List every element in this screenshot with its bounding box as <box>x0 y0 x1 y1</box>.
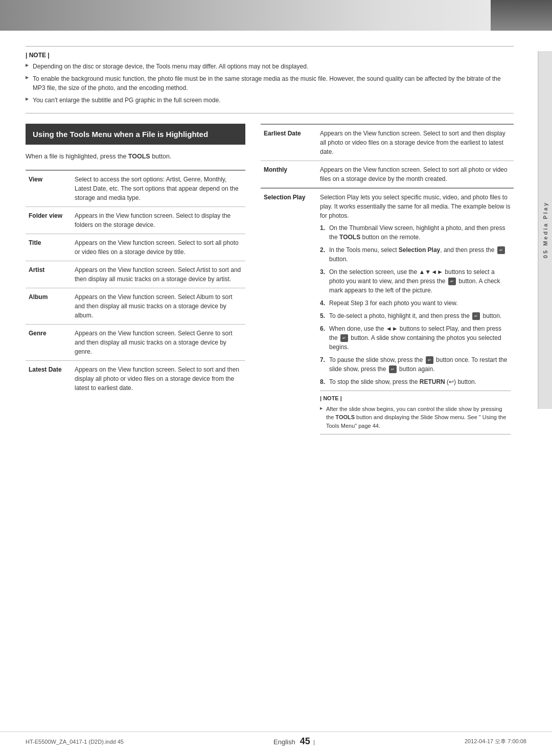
col-right: Earliest DateAppears on the View functio… <box>261 124 514 439</box>
table-row: AlbumAppears on the View function screen… <box>26 288 245 324</box>
table-term: Artist <box>26 261 72 288</box>
note-inline-list: After the slide show begins, you can con… <box>320 405 511 430</box>
note-inline-title: | NOTE | <box>320 394 511 403</box>
selection-play-table: Selection Play Selection Play lets you s… <box>261 188 514 439</box>
footer-date-info: 2012-04-17 오후 7:00:08 <box>465 738 526 745</box>
table-row: GenreAppears on the View function screen… <box>26 324 245 360</box>
tools-table-left: ViewSelect to access the sort options: A… <box>26 170 245 397</box>
note-item: You can't enlarge the subtitle and PG gr… <box>26 96 514 105</box>
selection-play-steps: 1.On the Thumbnail View screen, highligh… <box>320 223 511 386</box>
table-row: Earliest DateAppears on the View functio… <box>261 124 514 161</box>
step-item: 4.Repeat Step 3 for each photo you want … <box>320 299 511 308</box>
tools-table-right: Earliest DateAppears on the View functio… <box>261 124 514 188</box>
section-heading: Using the Tools Menu when a File is High… <box>26 124 245 145</box>
note-list: Depending on the disc or storage device,… <box>26 62 514 105</box>
step-item: 8.To stop the slide show, press the RETU… <box>320 377 511 386</box>
main-content: | NOTE | Depending on the disc or storag… <box>0 31 539 459</box>
step-item: 7.To pause the slide show, press the ↵ b… <box>320 355 511 374</box>
note-inline: | NOTE | After the slide show begins, yo… <box>320 391 511 434</box>
table-row: MonthlyAppears on the View function scre… <box>261 161 514 188</box>
col-left: Using the Tools Menu when a File is High… <box>26 124 245 439</box>
selection-play-intro: Selection Play lets you select specific … <box>320 193 511 220</box>
table-row: Folder viewAppears in the View function … <box>26 207 245 234</box>
table-desc: Appears on the View function screen. Sel… <box>72 360 245 397</box>
step-item: 2.In the Tools menu, select Selection Pl… <box>320 245 511 264</box>
note-item: To enable the background music function,… <box>26 74 514 93</box>
table-desc: Appears on the View function screen. Sel… <box>72 324 245 360</box>
step-item: 1.On the Thumbnail View screen, highligh… <box>320 223 511 242</box>
table-desc: Select to access the sort options: Artis… <box>72 170 245 207</box>
right-sidebar-bar: 05 Media Play <box>538 51 552 409</box>
two-col-layout: Using the Tools Menu when a File is High… <box>26 124 514 439</box>
table-desc: Appears on the View function screen. Sel… <box>72 261 245 288</box>
top-bar <box>0 0 552 31</box>
page-wrapper: 05 Media Play | NOTE | Depending on the … <box>0 0 552 756</box>
selection-play-term: Selection Play <box>261 188 317 439</box>
table-term: Folder view <box>26 207 72 234</box>
table-desc: Appears on the View function screen. Sel… <box>317 124 514 161</box>
table-term: Title <box>26 234 72 261</box>
note-title: | NOTE | <box>26 52 514 59</box>
note-inline-item: After the slide show begins, you can con… <box>320 405 511 430</box>
note-box: | NOTE | Depending on the disc or storag… <box>26 46 514 113</box>
footer-file-info: HT-E5500W_ZA_0417-1 (D2D).indd 45 <box>26 739 124 745</box>
intro-text: When a file is highlighted, press the TO… <box>26 152 245 162</box>
table-term: Latest Date <box>26 360 72 397</box>
table-desc: Appears on the View function screen. Sel… <box>317 161 514 188</box>
step-item: 3.On the selection screen, use the ▲▼◄► … <box>320 267 511 295</box>
table-term: View <box>26 170 72 207</box>
table-desc: Appears on the View function screen. Sel… <box>72 234 245 261</box>
sidebar-label: 05 Media Play <box>542 201 548 258</box>
table-term: Album <box>26 288 72 324</box>
page-footer: HT-E5500W_ZA_0417-1 (D2D).indd 45 Englis… <box>0 731 552 747</box>
selection-play-row: Selection Play Selection Play lets you s… <box>261 188 514 439</box>
table-row: ViewSelect to access the sort options: A… <box>26 170 245 207</box>
page-number: 45 <box>300 736 310 746</box>
table-row: Latest DateAppears on the View function … <box>26 360 245 397</box>
footer-page: English 45 | <box>273 736 315 747</box>
table-term: Genre <box>26 324 72 360</box>
table-term: Monthly <box>261 161 317 188</box>
english-label: English <box>273 738 295 746</box>
table-desc: Appears on the View function screen. Sel… <box>72 288 245 324</box>
table-desc: Appears in the View function screen. Sel… <box>72 207 245 234</box>
selection-play-content: Selection Play lets you select specific … <box>317 188 514 439</box>
table-term: Earliest Date <box>261 124 317 161</box>
section-heading-text: Using the Tools Menu when a File is High… <box>33 130 208 139</box>
table-row: TitleAppears on the View function screen… <box>26 234 245 261</box>
step-item: 6.When done, use the ◄► buttons to selec… <box>320 324 511 352</box>
top-bar-accent <box>491 0 552 31</box>
table-row: ArtistAppears on the View function scree… <box>26 261 245 288</box>
step-item: 5.To de-select a photo, highlight it, an… <box>320 311 511 320</box>
note-item: Depending on the disc or storage device,… <box>26 62 514 71</box>
